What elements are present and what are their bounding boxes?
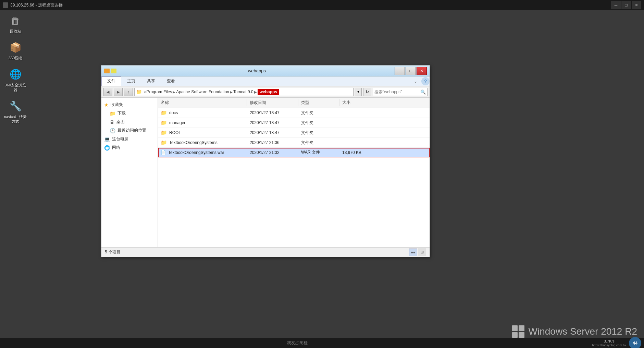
file-row-docs[interactable]: 📁 docs 2020/1/27 18:47 文件夹 (158, 108, 430, 118)
360browser-label: 360安全浏览器 (3, 83, 27, 93)
rdp-maximize-button[interactable]: □ (621, 1, 631, 9)
address-breadcrumb[interactable]: 📁 « Program Files ▶ Apache Software Foun… (134, 88, 354, 96)
sidebar-item-downloads[interactable]: 📁 下载 (101, 109, 158, 118)
folder-icon-textbook: 📁 (161, 140, 167, 146)
address-refresh-button[interactable]: ↻ (363, 88, 371, 96)
recycle-bin-icon: 🗑 (9, 14, 22, 27)
search-input[interactable] (374, 89, 419, 94)
taskbar: 我友占闸桂 3.7K/s https://haosyblog.com.hk 44 (0, 338, 644, 348)
sidebar-item-recent[interactable]: 🕒 最近访问的位置 (101, 126, 158, 135)
sidebar-item-favorites-label: 收藏夹 (111, 102, 123, 108)
navicat-icon: 🔧 (9, 99, 22, 113)
search-box[interactable]: 🔍 (373, 88, 428, 96)
file-size-war: 13,970 KB (339, 149, 374, 156)
sidebar-item-recent-label: 最近访问的位置 (117, 128, 146, 133)
title-icon-1 (104, 69, 110, 73)
windows-logo-sq-3 (512, 332, 518, 338)
file-row-root[interactable]: 📁 ROOT 2020/1/27 18:47 文件夹 (158, 128, 430, 138)
rdp-icon (3, 2, 8, 8)
window-maximize-button[interactable]: □ (406, 67, 416, 75)
desktop-icon-navicat[interactable]: 🔧 navicat - 快捷方式 (3, 99, 27, 124)
tab-home[interactable]: 主页 (121, 76, 141, 86)
desktop-icon-360browser[interactable]: 🌐 360安全浏览器 (3, 68, 27, 93)
windows-watermark-text: Windows Server 2012 R2 (529, 326, 637, 337)
desktop-icon-recycle-bin[interactable]: 🗑 回收站 (3, 14, 27, 34)
ribbon-collapse-arrow[interactable]: ⌄ ? (411, 76, 430, 86)
sidebar-item-computer[interactable]: 💻 这台电脑 (101, 135, 158, 143)
search-submit-button[interactable]: 🔍 (420, 89, 426, 95)
column-header-date[interactable]: 修改日期 (247, 99, 298, 106)
window-minimize-button[interactable]: ─ (395, 67, 405, 75)
breadcrumb-current: webapps (258, 89, 279, 95)
folder-header-icon: 📁 (136, 89, 142, 95)
file-date-root: 2020/1/27 18:47 (247, 130, 298, 136)
window-close-button[interactable]: ✕ (417, 67, 427, 75)
war-file-icon: 📄 (161, 150, 166, 155)
file-type-textbook-folder: 文件夹 (298, 139, 339, 146)
tab-share[interactable]: 共享 (141, 76, 161, 86)
title-icon-2 (111, 69, 116, 73)
window-titlebar: webapps ─ □ ✕ (101, 65, 430, 76)
file-date-war: 2020/1/27 21:32 (247, 149, 298, 156)
window-title-icons (104, 69, 116, 73)
column-header-type[interactable]: 类型 (298, 99, 339, 106)
sidebar-item-network-label: 网络 (112, 145, 120, 151)
column-header-name[interactable]: 名称 (158, 99, 247, 106)
file-date-manager: 2020/1/27 18:47 (247, 120, 298, 126)
rdp-minimize-button[interactable]: ─ (611, 1, 621, 9)
main-content: ★ 收藏夹 📁 下载 🖥 桌面 🕒 最近访问的位置 💻 这台电脑 (101, 98, 430, 247)
address-dropdown-button[interactable]: ▼ (355, 88, 362, 96)
sidebar-item-desktop[interactable]: 🖥 桌面 (101, 118, 158, 126)
file-row-textbook-folder[interactable]: 📁 TextbookOrderingSystems 2020/1/27 21:3… (158, 138, 430, 148)
360zip-label: 360压缩 (9, 56, 22, 60)
rdp-close-button[interactable]: ✕ (632, 1, 641, 9)
ribbon-tabs: 文件 主页 共享 查看 ⌄ ? (101, 76, 430, 86)
window-title: webapps (119, 68, 395, 73)
folder-icon-root: 📁 (161, 130, 167, 136)
rdp-titlebar: 39.106.25.66 - 远程桌面连接 ─ □ ✕ (0, 0, 644, 10)
computer-icon: 💻 (104, 136, 110, 142)
network-speed: 3.7K/s https://haosyblog.com.hk (592, 339, 626, 347)
desktop-icon-nav: 🖥 (110, 119, 114, 125)
status-bar: 5 个项目 ≡≡ ⊞ (101, 247, 430, 257)
file-name-docs: docs (169, 110, 178, 115)
clock: 44 (629, 337, 641, 348)
address-bar: ◀ ▶ ↑ 📁 « Program Files ▶ Apache Softwar… (101, 86, 430, 98)
breadcrumb-tomcat[interactable]: Tomcat 9.0 (233, 89, 253, 94)
column-header-size[interactable]: 大小 (339, 99, 374, 106)
windows-watermark: Windows Server 2012 R2 (512, 325, 637, 338)
favorites-icon: ★ (104, 102, 109, 108)
breadcrumb-program-files[interactable]: Program Files (147, 89, 172, 94)
windows-logo-sq-2 (519, 325, 524, 331)
desktop-icon-360zip[interactable]: 📦 360压缩 (3, 40, 27, 60)
rdp-title: 39.106.25.66 - 远程桌面连接 (10, 2, 63, 8)
desktop-icon-area: 🗑 回收站 📦 360压缩 🌐 360安全浏览器 🔧 navicat - 快捷方… (3, 14, 27, 124)
view-controls: ≡≡ ⊞ (409, 249, 426, 256)
view-list-button[interactable]: ≡≡ (409, 249, 417, 256)
sidebar-item-favorites[interactable]: ★ 收藏夹 (101, 100, 158, 109)
file-row-war[interactable]: 📄 TextbookOrderingSystems.war 2020/1/27 … (158, 148, 430, 157)
tab-file[interactable]: 文件 (101, 76, 121, 86)
breadcrumb-apache[interactable]: Apache Software Foundation (176, 89, 229, 94)
file-size-textbook-folder (339, 142, 374, 143)
downloads-icon: 📁 (110, 111, 115, 116)
file-name-textbook-folder: TextbookOrderingSystems (169, 140, 218, 145)
network-speed-value: 3.7K/s (592, 339, 626, 344)
nav-back-button[interactable]: ◀ (103, 88, 112, 96)
tab-view[interactable]: 查看 (161, 76, 181, 86)
windows-logo-sq-4 (519, 332, 524, 338)
network-url: https://haosyblog.com.hk (592, 344, 626, 347)
folder-icon-manager: 📁 (161, 120, 167, 126)
recycle-bin-label: 回收站 (10, 29, 21, 34)
nav-forward-button[interactable]: ▶ (114, 88, 123, 96)
file-row-manager[interactable]: 📁 manager 2020/1/27 18:47 文件夹 (158, 118, 430, 128)
status-item-count: 5 个项目 (105, 249, 121, 255)
view-details-button[interactable]: ⊞ (418, 249, 426, 256)
nav-up-button[interactable]: ↑ (124, 88, 133, 96)
file-date-textbook-folder: 2020/1/27 21:36 (247, 140, 298, 146)
file-size-docs (339, 112, 374, 113)
file-name-root: ROOT (169, 130, 181, 135)
file-size-root (339, 132, 374, 133)
sidebar-item-network[interactable]: 🌐 网络 (101, 143, 158, 152)
folder-icon-docs: 📁 (161, 110, 167, 116)
